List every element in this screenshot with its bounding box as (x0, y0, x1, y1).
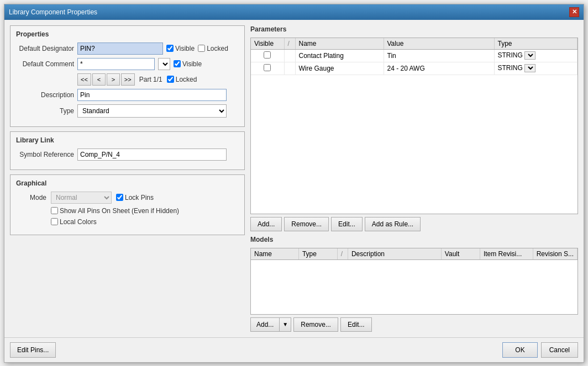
models-table-container: Name Type / Description Vault Item Revis… (250, 248, 578, 315)
models-add-split-button: Add... ▼ (250, 317, 291, 332)
models-header-row: Name Type / Description Vault Item Revis… (251, 248, 578, 260)
params-edit-button[interactable]: Edit... (331, 217, 363, 231)
type-row: Type Standard Power Hidden (16, 104, 239, 118)
lock-pins-checkbox[interactable] (116, 194, 123, 201)
models-col-name[interactable]: Name (251, 248, 298, 260)
params-add-as-rule-button[interactable]: Add as Rule... (365, 217, 421, 231)
locked-checkbox[interactable] (198, 45, 205, 52)
properties-title: Properties (16, 30, 239, 38)
nav-prev-button[interactable]: < (92, 73, 106, 86)
edit-pins-button[interactable]: Edit Pins... (10, 342, 56, 358)
parameters-table: Visible / Name Value Type Contact Platin… (251, 38, 578, 75)
graphical-section: Graphical Mode Normal Lock Pins Sho (10, 174, 245, 235)
locked2-checkbox[interactable] (167, 76, 174, 83)
row-slash-cell (284, 62, 295, 75)
description-input[interactable] (77, 89, 227, 101)
models-add-main-button[interactable]: Add... (250, 317, 279, 332)
local-colors-label[interactable]: Local Colors (51, 218, 97, 226)
models-title: Models (250, 236, 578, 243)
row-type-select[interactable]: ▼ (524, 64, 536, 72)
part-label: Part 1/1 (136, 76, 166, 83)
nav-first-button[interactable]: << (77, 73, 91, 86)
default-comment-select[interactable]: ▼ (158, 58, 170, 70)
parameters-title: Parameters (250, 25, 578, 33)
params-remove-button[interactable]: Remove... (284, 217, 329, 231)
models-col-description[interactable]: Description (348, 248, 441, 260)
parameters-body: Contact Plating Tin STRING ▼ Wire Gauge … (251, 49, 578, 75)
local-colors-row: Local Colors (16, 218, 239, 226)
description-row: Description (16, 89, 239, 101)
row-type-cell: STRING ▼ (494, 62, 578, 75)
type-label: Type (16, 107, 74, 115)
type-select[interactable]: Standard Power Hidden (77, 104, 227, 118)
graphical-mode-row: Mode Normal Lock Pins (16, 192, 239, 204)
visible-checkbox-label[interactable]: Visible (166, 45, 195, 52)
models-table: Name Type / Description Vault Item Revis… (251, 248, 578, 260)
col-value[interactable]: Value (384, 38, 494, 50)
dialog-title: Library Component Properties (9, 8, 97, 16)
mode-select[interactable]: Normal (51, 192, 112, 204)
parameters-header-row: Visible / Name Value Type (251, 38, 578, 50)
table-row[interactable]: Wire Gauge 24 - 20 AWG STRING ▼ (251, 62, 578, 75)
close-button[interactable]: ✕ (569, 7, 579, 17)
dialog-window: Library Component Properties ✕ Propertie… (4, 4, 584, 363)
mode-label: Mode (16, 194, 46, 201)
models-buttons: Add... ▼ Remove... Edit... (250, 317, 578, 332)
show-all-pins-checkbox[interactable] (51, 207, 58, 214)
nav-last-button[interactable]: >> (121, 73, 135, 86)
bottom-right-buttons: OK Cancel (502, 342, 578, 358)
row-visible-cell[interactable] (251, 49, 284, 62)
default-comment-input[interactable] (77, 58, 155, 70)
table-row[interactable]: Contact Plating Tin STRING ▼ (251, 49, 578, 62)
visible2-checkbox-label[interactable]: Visible (174, 60, 202, 68)
library-link-title: Library Link (16, 136, 239, 144)
row-value-cell: 24 - 20 AWG (384, 62, 494, 75)
col-visible: Visible (251, 38, 284, 50)
nav-buttons: << < > >> Part 1/1 Locked (77, 73, 197, 86)
locked2-checkbox-label[interactable]: Locked (167, 76, 197, 83)
visible-checkbox[interactable] (166, 45, 174, 52)
models-remove-button[interactable]: Remove... (293, 317, 338, 332)
ok-button[interactable]: OK (502, 342, 537, 358)
models-col-revision-s[interactable]: Revision S... (533, 248, 577, 260)
params-add-button[interactable]: Add... (250, 217, 282, 231)
models-edit-button[interactable]: Edit... (340, 317, 372, 332)
models-col-item-revisi[interactable]: Item Revisi... (480, 248, 533, 260)
show-all-pins-label[interactable]: Show All Pins On Sheet (Even if Hidden) (51, 207, 179, 215)
row-visible-checkbox[interactable] (264, 51, 271, 59)
locked-checkbox-label[interactable]: Locked (198, 45, 228, 52)
nav-next-button[interactable]: > (107, 73, 120, 86)
bottom-bar: Edit Pins... OK Cancel (4, 337, 584, 362)
parameters-buttons: Add... Remove... Edit... Add as Rule... (250, 217, 578, 231)
symbol-reference-input[interactable] (77, 148, 227, 161)
title-bar: Library Component Properties ✕ (4, 4, 584, 20)
models-col-vault[interactable]: Vault (441, 248, 480, 260)
models-col-type[interactable]: Type (298, 248, 337, 260)
models-add-arrow-button[interactable]: ▼ (279, 317, 291, 332)
parameters-table-container: Visible / Name Value Type Contact Platin… (250, 38, 578, 214)
row-type-select[interactable]: ▼ (524, 51, 536, 60)
col-type[interactable]: Type (494, 38, 578, 50)
row-visible-checkbox[interactable] (264, 64, 271, 71)
default-designator-input[interactable] (77, 43, 163, 55)
models-section: Models Name Type / Description Vault Ite… (250, 236, 578, 332)
row-name-cell: Contact Plating (295, 49, 384, 62)
cancel-button[interactable]: Cancel (541, 342, 578, 358)
col-slash: / (284, 38, 295, 50)
description-label: Description (16, 91, 74, 99)
parameters-section: Parameters Visible / Name Value Type (250, 25, 578, 231)
row-type-cell: STRING ▼ (494, 49, 578, 62)
default-designator-row: Default Designator Visible Locked (16, 43, 239, 55)
show-all-pins-row: Show All Pins On Sheet (Even if Hidden) (16, 207, 239, 215)
properties-section: Properties Default Designator Visible Lo… (10, 25, 245, 127)
local-colors-checkbox[interactable] (51, 218, 58, 225)
row-name-cell: Wire Gauge (295, 62, 384, 75)
nav-row: << < > >> Part 1/1 Locked (16, 73, 239, 86)
row-slash-cell (284, 49, 295, 62)
models-col-slash: / (337, 248, 348, 260)
default-designator-label: Default Designator (16, 45, 74, 52)
col-name[interactable]: Name (295, 38, 384, 50)
lock-pins-label[interactable]: Lock Pins (116, 194, 154, 201)
row-visible-cell[interactable] (251, 62, 284, 75)
visible2-checkbox[interactable] (174, 60, 181, 67)
